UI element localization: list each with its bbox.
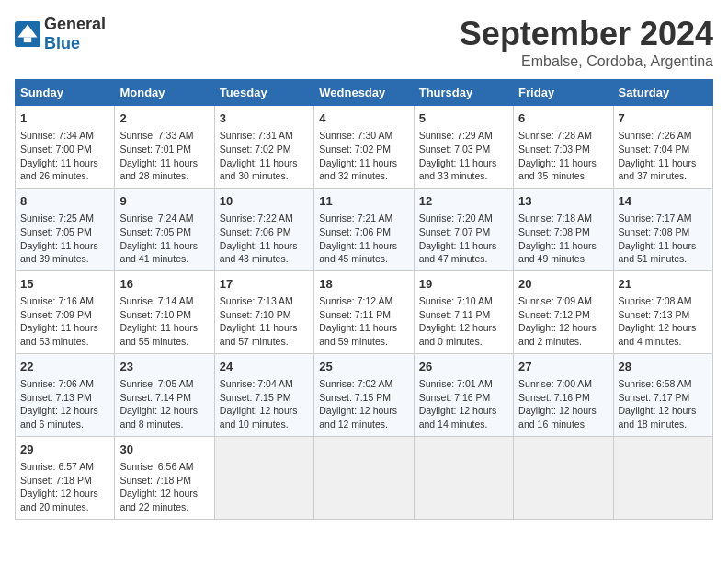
logo-icon — [15, 21, 40, 47]
sunrise-text: Sunrise: 6:56 AM — [119, 461, 193, 472]
day-number: 22 — [20, 359, 109, 375]
day-number: 25 — [319, 359, 408, 375]
day-number: 5 — [419, 110, 508, 127]
day-number: 13 — [518, 193, 608, 210]
calendar-cell: 26Sunrise: 7:01 AMSunset: 7:16 PMDayligh… — [414, 353, 513, 436]
calendar-week-row: 22Sunrise: 7:06 AMSunset: 7:13 PMDayligh… — [16, 353, 713, 436]
header-row: Sunday Monday Tuesday Wednesday Thursday… — [16, 80, 713, 106]
daylight-minutes: and 43 minutes. — [220, 253, 289, 264]
daylight-minutes: and 55 minutes. — [119, 336, 188, 347]
header-sunday: Sunday — [16, 80, 115, 106]
sunset-text: Sunset: 7:03 PM — [419, 144, 491, 155]
sunrise-text: Sunrise: 7:13 AM — [220, 295, 293, 306]
calendar-week-row: 15Sunrise: 7:16 AMSunset: 7:09 PMDayligh… — [16, 270, 713, 353]
calendar-cell: 7Sunrise: 7:26 AMSunset: 7:04 PMDaylight… — [613, 106, 712, 189]
daylight-text: Daylight: 11 hours — [619, 240, 697, 251]
calendar-cell — [214, 436, 313, 519]
sunrise-text: Sunrise: 7:00 AM — [518, 378, 592, 389]
daylight-minutes: and 53 minutes. — [20, 336, 89, 347]
calendar-cell: 13Sunrise: 7:18 AMSunset: 7:08 PMDayligh… — [514, 188, 613, 270]
daylight-text: Daylight: 12 hours — [518, 405, 597, 416]
sunset-text: Sunset: 7:00 PM — [20, 144, 92, 155]
daylight-text: Daylight: 12 hours — [419, 405, 497, 416]
sunset-text: Sunset: 7:15 PM — [319, 392, 391, 403]
sunset-text: Sunset: 7:12 PM — [518, 309, 590, 320]
calendar-week-row: 1Sunrise: 7:34 AMSunset: 7:00 PMDaylight… — [16, 106, 713, 189]
daylight-text: Daylight: 12 hours — [319, 405, 397, 416]
calendar-cell: 11Sunrise: 7:21 AMSunset: 7:06 PMDayligh… — [314, 188, 414, 270]
sunrise-text: Sunrise: 7:14 AM — [119, 295, 193, 306]
calendar-cell: 3Sunrise: 7:31 AMSunset: 7:02 PMDaylight… — [214, 106, 313, 189]
sunset-text: Sunset: 7:17 PM — [619, 392, 690, 403]
daylight-minutes: and 14 minutes. — [419, 419, 488, 430]
sunset-text: Sunset: 7:11 PM — [319, 309, 391, 320]
day-number: 8 — [20, 193, 109, 210]
sunrise-text: Sunrise: 7:33 AM — [119, 130, 193, 141]
day-number: 21 — [619, 276, 708, 293]
day-number: 15 — [20, 276, 109, 293]
daylight-minutes: and 18 minutes. — [619, 419, 688, 430]
sunset-text: Sunset: 7:07 PM — [419, 226, 491, 237]
daylight-minutes: and 35 minutes. — [518, 170, 587, 181]
sunset-text: Sunset: 7:03 PM — [518, 144, 590, 155]
calendar-cell: 19Sunrise: 7:10 AMSunset: 7:11 PMDayligh… — [414, 270, 513, 353]
day-number: 30 — [119, 442, 209, 458]
day-number: 23 — [119, 359, 209, 375]
header-monday: Monday — [115, 80, 214, 106]
day-number: 10 — [220, 193, 309, 210]
calendar-cell: 4Sunrise: 7:30 AMSunset: 7:02 PMDaylight… — [314, 106, 414, 189]
day-number: 14 — [619, 193, 708, 210]
daylight-text: Daylight: 11 hours — [319, 240, 397, 251]
calendar-cell — [613, 436, 712, 519]
day-number: 4 — [319, 110, 408, 127]
daylight-text: Daylight: 11 hours — [518, 157, 597, 168]
sunset-text: Sunset: 7:01 PM — [119, 144, 191, 155]
sunrise-text: Sunrise: 6:57 AM — [20, 461, 94, 472]
sunrise-text: Sunrise: 7:29 AM — [419, 130, 493, 141]
calendar-cell — [414, 436, 513, 519]
sunrise-text: Sunrise: 7:22 AM — [220, 213, 293, 224]
calendar-cell: 10Sunrise: 7:22 AMSunset: 7:06 PMDayligh… — [214, 188, 313, 270]
calendar-cell: 24Sunrise: 7:04 AMSunset: 7:15 PMDayligh… — [214, 353, 313, 436]
calendar-cell: 8Sunrise: 7:25 AMSunset: 7:05 PMDaylight… — [16, 188, 115, 270]
calendar-cell: 2Sunrise: 7:33 AMSunset: 7:01 PMDaylight… — [115, 106, 214, 189]
sunrise-text: Sunrise: 7:04 AM — [220, 378, 293, 389]
calendar-cell: 1Sunrise: 7:34 AMSunset: 7:00 PMDaylight… — [16, 106, 115, 189]
daylight-minutes: and 12 minutes. — [319, 419, 388, 430]
daylight-text: Daylight: 12 hours — [518, 322, 597, 333]
daylight-minutes: and 47 minutes. — [419, 253, 488, 264]
daylight-text: Daylight: 11 hours — [20, 322, 98, 333]
daylight-text: Daylight: 11 hours — [220, 240, 298, 251]
daylight-minutes: and 16 minutes. — [518, 419, 587, 430]
calendar-cell: 27Sunrise: 7:00 AMSunset: 7:16 PMDayligh… — [514, 353, 613, 436]
sunset-text: Sunset: 7:02 PM — [220, 144, 291, 155]
daylight-minutes: and 8 minutes. — [119, 419, 183, 430]
day-number: 7 — [619, 110, 708, 127]
sunrise-text: Sunrise: 7:28 AM — [518, 130, 592, 141]
calendar-cell: 28Sunrise: 6:58 AMSunset: 7:17 PMDayligh… — [613, 353, 712, 436]
calendar-cell: 23Sunrise: 7:05 AMSunset: 7:14 PMDayligh… — [115, 353, 214, 436]
day-number: 24 — [220, 359, 309, 375]
svg-rect-2 — [24, 38, 31, 43]
daylight-text: Daylight: 11 hours — [220, 157, 298, 168]
sunrise-text: Sunrise: 7:24 AM — [119, 213, 193, 224]
calendar-title: September 2024 — [460, 15, 713, 53]
daylight-text: Daylight: 12 hours — [619, 405, 697, 416]
daylight-text: Daylight: 11 hours — [619, 157, 697, 168]
calendar-cell: 20Sunrise: 7:09 AMSunset: 7:12 PMDayligh… — [514, 270, 613, 353]
calendar-week-row: 8Sunrise: 7:25 AMSunset: 7:05 PMDaylight… — [16, 188, 713, 270]
day-number: 6 — [518, 110, 608, 127]
daylight-text: Daylight: 11 hours — [518, 240, 597, 251]
sunrise-text: Sunrise: 7:18 AM — [518, 213, 592, 224]
calendar-cell: 6Sunrise: 7:28 AMSunset: 7:03 PMDaylight… — [514, 106, 613, 189]
day-number: 11 — [319, 193, 408, 210]
sunset-text: Sunset: 7:10 PM — [119, 309, 191, 320]
calendar-cell: 12Sunrise: 7:20 AMSunset: 7:07 PMDayligh… — [414, 188, 513, 270]
daylight-minutes: and 49 minutes. — [518, 253, 587, 264]
daylight-text: Daylight: 11 hours — [20, 240, 98, 251]
calendar-cell: 18Sunrise: 7:12 AMSunset: 7:11 PMDayligh… — [314, 270, 414, 353]
day-number: 12 — [419, 193, 508, 210]
calendar-cell: 14Sunrise: 7:17 AMSunset: 7:08 PMDayligh… — [613, 188, 712, 270]
sunset-text: Sunset: 7:16 PM — [419, 392, 491, 403]
sunset-text: Sunset: 7:16 PM — [518, 392, 590, 403]
